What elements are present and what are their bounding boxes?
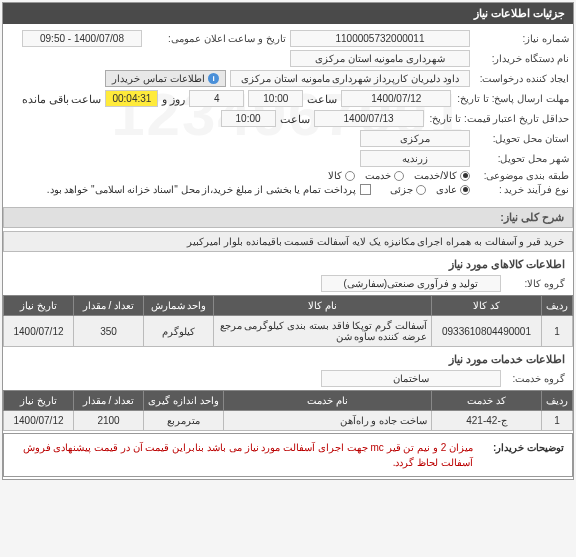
cell-unit: کیلوگرم bbox=[144, 316, 214, 347]
city-label: شهر محل تحویل: bbox=[474, 153, 569, 164]
validity-label: حداقل تاریخ اعتبار قیمت: تا تاریخ: bbox=[428, 113, 569, 124]
announce-label: تاریخ و ساعت اعلان عمومی: bbox=[146, 33, 286, 44]
col-date: تاریخ نیاز bbox=[4, 391, 74, 411]
buyer-note-label: توضیحات خریدار: bbox=[479, 440, 564, 470]
creator-value: داود دلیریان کارپرداز شهرداری مامونیه اس… bbox=[230, 70, 470, 87]
form-area: 1234967001 شماره نیاز: 1100005732000011 … bbox=[3, 24, 573, 204]
payment-note-check[interactable]: پرداخت تمام یا بخشی از مبلغ خرید،از محل … bbox=[47, 184, 371, 195]
province-value: مرکزی bbox=[360, 130, 470, 147]
radio-kala-khadmat[interactable]: کالا/خدمت bbox=[414, 170, 470, 181]
services-header: اطلاعات خدمات مورد نیاز bbox=[3, 349, 573, 370]
buyer-contact-button[interactable]: i اطلاعات تماس خریدار bbox=[105, 70, 226, 87]
announce-value: 1400/07/08 - 09:50 bbox=[22, 30, 142, 47]
cell-code: 0933610804490001 bbox=[432, 316, 542, 347]
radio-khadmat[interactable]: خدمت bbox=[365, 170, 404, 181]
radio-dot-icon bbox=[416, 185, 426, 195]
cell-date: 1400/07/12 bbox=[4, 316, 74, 347]
saat-label-1: ساعت bbox=[307, 93, 337, 105]
col-qty: تعداد / مقدار bbox=[74, 391, 144, 411]
deadline-date: 1400/07/12 bbox=[341, 90, 451, 107]
col-row: ردیف bbox=[542, 296, 573, 316]
panel-title: جزئیات اطلاعات نیاز bbox=[3, 3, 573, 24]
radio-dot-icon bbox=[394, 171, 404, 181]
deadline-label: مهلت ارسال پاسخ: تا تاریخ: bbox=[455, 93, 569, 104]
process-label: نوع فرآیند خرید : bbox=[474, 184, 569, 195]
col-code: کد خدمت bbox=[432, 391, 542, 411]
col-unit: واحد شمارش bbox=[144, 296, 214, 316]
goods-group-value: تولید و فرآوری صنعتی(سفارشی) bbox=[321, 275, 501, 292]
col-unit: واحد اندازه گیری bbox=[144, 391, 224, 411]
cell-qty: 2100 bbox=[74, 411, 144, 431]
radio-dot-icon bbox=[345, 171, 355, 181]
col-name: نام کالا bbox=[214, 296, 432, 316]
services-table: ردیف کد خدمت نام خدمت واحد اندازه گیری ت… bbox=[3, 390, 573, 431]
buyer-name-label: نام دستگاه خریدار: bbox=[474, 53, 569, 64]
cell-qty: 350 bbox=[74, 316, 144, 347]
creator-label: ایجاد کننده درخواست: bbox=[474, 73, 569, 84]
services-group-value: ساختمان bbox=[321, 370, 501, 387]
buyer-name-value: شهرداری مامونیه استان مرکزی bbox=[290, 50, 470, 67]
cell-name: ساخت جاده و راه‌آهن bbox=[224, 411, 432, 431]
buyer-note: توضیحات خریدار: میزان 2 و نیم تن قیر mc … bbox=[3, 433, 573, 477]
buyer-note-text: میزان 2 و نیم تن قیر mc جهت اجرای آسفالت… bbox=[12, 440, 473, 470]
category-label: طبقه بندی موضوعی: bbox=[474, 170, 569, 181]
col-code: کد کالا bbox=[432, 296, 542, 316]
radio-normal[interactable]: عادی bbox=[436, 184, 470, 195]
city-value: زرندیه bbox=[360, 150, 470, 167]
col-qty: تعداد / مقدار bbox=[74, 296, 144, 316]
table-row: 1ج-42-421ساخت جاده و راه‌آهنمترمربع21001… bbox=[4, 411, 573, 431]
radio-kala[interactable]: کالا bbox=[328, 170, 355, 181]
saat-label-2: ساعت bbox=[280, 113, 310, 125]
payment-note-text: پرداخت تمام یا بخشی از مبلغ خرید،از محل … bbox=[47, 184, 356, 195]
cell-unit: مترمربع bbox=[144, 411, 224, 431]
need-details-panel: جزئیات اطلاعات نیاز 1234967001 شماره نیا… bbox=[2, 2, 574, 480]
buyer-contact-label: اطلاعات تماس خریدار bbox=[112, 73, 205, 84]
province-label: استان محل تحویل: bbox=[474, 133, 569, 144]
countdown-timer: 00:04:31 bbox=[105, 90, 158, 107]
goods-group-label: گروه کالا: bbox=[505, 278, 565, 289]
rooz-label: روز و bbox=[162, 93, 185, 105]
days-remaining: 4 bbox=[189, 90, 244, 107]
col-date: تاریخ نیاز bbox=[4, 296, 74, 316]
radio-dot-icon bbox=[460, 185, 470, 195]
desc-title: شرح کلی نیاز: bbox=[3, 207, 573, 228]
radio-partial[interactable]: جزئی bbox=[390, 184, 426, 195]
cell-row: 1 bbox=[542, 316, 573, 347]
cell-date: 1400/07/12 bbox=[4, 411, 74, 431]
cell-name: آسفالت گرم توپکا فاقد بسته بندی کیلوگرمی… bbox=[214, 316, 432, 347]
goods-header: اطلاعات کالاهای مورد نیاز bbox=[3, 254, 573, 275]
baghi-label: ساعت باقی مانده bbox=[22, 93, 102, 105]
category-radio-group: کالا/خدمت خدمت کالا bbox=[328, 170, 470, 181]
need-no-label: شماره نیاز: bbox=[474, 33, 569, 44]
cell-code: ج-42-421 bbox=[432, 411, 542, 431]
deadline-time: 10:00 bbox=[248, 90, 303, 107]
validity-date: 1400/07/13 bbox=[314, 110, 424, 127]
goods-table: ردیف کد کالا نام کالا واحد شمارش تعداد /… bbox=[3, 295, 573, 347]
services-group-label: گروه خدمت: bbox=[505, 373, 565, 384]
process-radio-group: عادی جزئی bbox=[390, 184, 470, 195]
validity-time: 10:00 bbox=[221, 110, 276, 127]
need-no-value: 1100005732000011 bbox=[290, 30, 470, 47]
desc-text: خرید قیر و آسفالت به همراه اجرای مکانیزه… bbox=[3, 231, 573, 252]
radio-dot-icon bbox=[460, 171, 470, 181]
col-row: ردیف bbox=[542, 391, 573, 411]
table-row: 10933610804490001آسفالت گرم توپکا فاقد ب… bbox=[4, 316, 573, 347]
col-name: نام خدمت bbox=[224, 391, 432, 411]
checkbox-icon bbox=[360, 184, 371, 195]
cell-row: 1 bbox=[542, 411, 573, 431]
info-icon: i bbox=[208, 73, 219, 84]
